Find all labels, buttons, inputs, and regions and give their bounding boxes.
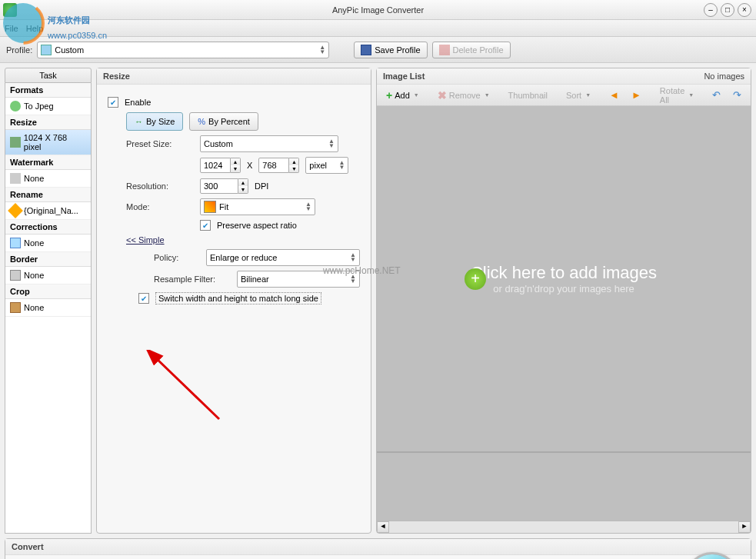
convert-panel: Convert Destination Folder: C:\Users\pc0…	[5, 538, 751, 559]
spin-down-icon[interactable]: ▼	[238, 186, 248, 193]
switch-wh-label: Switch width and height to match long si…	[155, 292, 321, 304]
by-size-button[interactable]: ↔By Size	[126, 112, 183, 131]
prev-button[interactable]: ◄	[604, 88, 624, 102]
task-group-resize: Resize	[5, 115, 91, 130]
corrections-icon	[10, 238, 21, 248]
resolution-spinner[interactable]: ▲▼	[200, 178, 248, 194]
minimize-button[interactable]: –	[704, 3, 718, 17]
save-profile-label: Save Profile	[375, 45, 420, 55]
delete-profile-label: Delete Profile	[453, 45, 504, 55]
undo-button[interactable]: ↶	[708, 88, 725, 102]
spin-up-icon[interactable]: ▲	[289, 158, 298, 165]
task-item-label: To Jpeg	[24, 101, 54, 111]
filter-select[interactable]: Bilinear▲▼	[237, 271, 360, 288]
unit-select[interactable]: pixel▲▼	[305, 157, 348, 174]
horizontal-scrollbar[interactable]: ◄ ►	[377, 521, 751, 533]
delete-icon	[439, 45, 450, 55]
task-item-to-jpeg[interactable]: To Jpeg	[5, 98, 91, 115]
dropdown-icon[interactable]: ▼	[688, 92, 694, 98]
next-button[interactable]: ►	[627, 88, 646, 102]
task-item-crop[interactable]: None	[5, 299, 91, 317]
drop-small-text: or drag'n'drop your images here	[493, 283, 634, 294]
dropdown-icon[interactable]: ▼	[585, 92, 591, 98]
spin-up-icon[interactable]: ▲	[231, 158, 240, 165]
switch-wh-checkbox[interactable]: ✔	[138, 293, 149, 304]
select-arrows-icon: ▲▼	[350, 275, 356, 284]
x-label: X	[247, 161, 252, 170]
thumbnail-button[interactable]: Thumbnail	[504, 89, 552, 101]
task-item-label: None	[24, 174, 44, 183]
task-group-crop: Crop	[5, 284, 91, 299]
simple-toggle-link[interactable]: << Simple	[126, 235, 165, 245]
select-arrows-icon: ▲▼	[338, 161, 345, 170]
add-plus-icon: +	[465, 268, 486, 290]
redo-button[interactable]: ↷	[728, 88, 746, 102]
scroll-track[interactable]	[389, 521, 738, 533]
spin-down-icon[interactable]: ▼	[231, 165, 240, 172]
add-button[interactable]: +Add▼	[381, 88, 424, 103]
task-item-label: 1024 X 768 pixel	[24, 133, 86, 151]
spin-down-icon[interactable]: ▼	[289, 165, 298, 172]
titlebar: AnyPic Image Converter – □ ×	[0, 0, 756, 20]
resize-icon	[10, 137, 21, 148]
add-label: Add	[395, 91, 410, 100]
menu-file[interactable]: File	[5, 24, 18, 33]
remove-button[interactable]: ✖Remove▼	[433, 88, 495, 103]
profile-value: Custom	[55, 45, 84, 55]
mode-select[interactable]: Fit ▲▼	[200, 198, 315, 215]
jpeg-icon	[10, 101, 21, 111]
save-icon	[361, 45, 371, 55]
save-profile-button[interactable]: Save Profile	[354, 42, 427, 58]
maximize-button[interactable]: □	[721, 3, 734, 17]
task-group-watermark: Watermark	[5, 155, 91, 170]
by-percent-button[interactable]: %By Percent	[189, 112, 258, 131]
task-group-formats: Formats	[5, 83, 91, 98]
task-item-resize[interactable]: 1024 X 768 pixel	[5, 130, 91, 155]
resolution-label: Resolution:	[126, 181, 194, 191]
select-arrows-icon: ▲▼	[328, 139, 335, 148]
preserve-aspect-checkbox[interactable]: ✔	[200, 220, 211, 231]
select-arrows-icon: ▲▼	[350, 253, 356, 262]
policy-value: Enlarge or reduce	[210, 253, 277, 262]
by-percent-label: By Percent	[208, 117, 250, 126]
height-input[interactable]	[258, 158, 289, 173]
profile-combo[interactable]: Custom ▲▼	[37, 42, 329, 58]
close-button[interactable]: ×	[738, 3, 751, 17]
task-group-corrections: Corrections	[5, 220, 91, 235]
watermark-icon	[10, 173, 21, 184]
profile-label: Profile:	[6, 45, 32, 55]
rotate-all-button[interactable]: Rotate All▼	[655, 85, 698, 106]
width-input[interactable]	[200, 158, 231, 173]
task-item-rename[interactable]: {Original_Na...	[5, 202, 91, 220]
drop-zone[interactable]: + Click here to add images or drag'n'dro…	[377, 106, 751, 451]
width-spinner[interactable]: ▲▼	[200, 158, 241, 173]
by-size-label: By Size	[146, 117, 175, 126]
arrow-left-icon: ◄	[609, 89, 619, 101]
sort-button[interactable]: Sort▼	[561, 89, 595, 101]
preserve-label: Preserve aspect ratio	[217, 221, 297, 230]
policy-select[interactable]: Enlarge or reduce▲▼	[206, 249, 360, 266]
convert-title: Convert	[5, 539, 751, 555]
dropdown-icon[interactable]: ▼	[414, 92, 419, 98]
resolution-input[interactable]	[200, 178, 238, 194]
task-group-border: Border	[5, 252, 91, 267]
spin-up-icon[interactable]: ▲	[238, 179, 248, 186]
scroll-left-icon[interactable]: ◄	[377, 521, 389, 533]
delete-profile-button[interactable]: Delete Profile	[432, 42, 511, 58]
drop-big-text: Click here to add images	[471, 263, 657, 283]
task-item-corrections[interactable]: None	[5, 235, 91, 252]
dpi-label: DPI	[255, 181, 268, 191]
preset-size-select[interactable]: Custom ▲▼	[200, 135, 338, 152]
resize-panel: Resize ✔ Enable ↔By Size %By Percent Pre…	[96, 68, 371, 534]
scroll-right-icon[interactable]: ►	[738, 521, 751, 533]
menu-help[interactable]: Help	[26, 24, 44, 33]
height-spinner[interactable]: ▲▼	[258, 158, 299, 173]
menubar: File Help	[0, 20, 756, 37]
no-images-label: No images	[704, 72, 744, 81]
enable-checkbox[interactable]: ✔	[108, 97, 118, 108]
dropdown-icon[interactable]: ▼	[485, 92, 490, 98]
task-sidebar: Task Formats To Jpeg Resize 1024 X 768 p…	[5, 68, 92, 534]
task-item-border[interactable]: None	[5, 267, 91, 284]
task-item-watermark[interactable]: None	[5, 170, 91, 188]
rotate-all-label: Rotate All	[660, 86, 684, 105]
